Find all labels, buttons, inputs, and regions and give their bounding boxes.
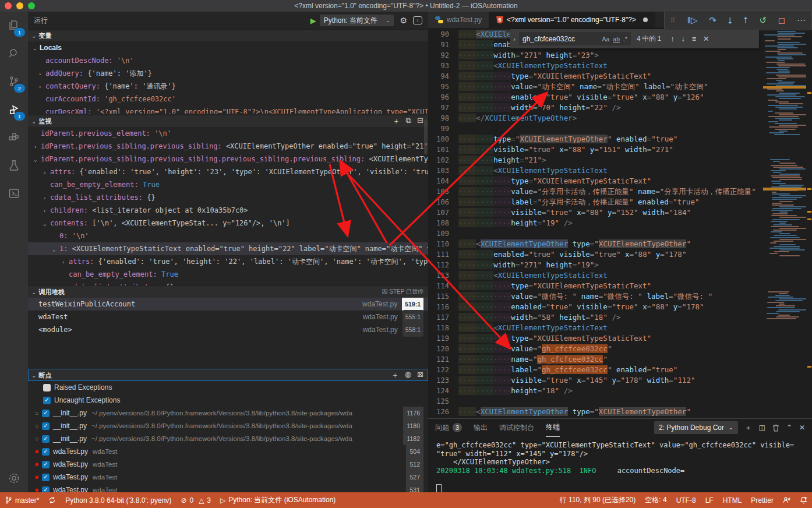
- terminal-output[interactable]: e="gh_cfcfcee032cc" type="XCUIElementTyp…: [436, 441, 806, 491]
- exception-toggle-row[interactable]: Raised Exceptions: [28, 381, 428, 394]
- code-line[interactable]: 114············type="XCUIElementTypeStat…: [428, 281, 763, 291]
- code-line[interactable]: 110····<XCUIElementTypeOther type="XCUIE…: [428, 239, 763, 249]
- indentation-item[interactable]: 空格: 4: [640, 495, 671, 505]
- maximize-window-icon[interactable]: [28, 2, 35, 9]
- code-line[interactable]: 117············width="58" height="18" />: [428, 312, 763, 323]
- watch-row[interactable]: ›attrs: {'enabled': 'true', 'height': '2…: [28, 255, 428, 268]
- watch-row[interactable]: ›cdata_list_attributes: {}: [28, 191, 428, 204]
- activity-item-extensions[interactable]: [0, 124, 28, 151]
- code-line[interactable]: 119············type="XCUIElementTypeStat…: [428, 333, 763, 344]
- code-line[interactable]: 105············value="分享用卡活动，传播正能量" name…: [428, 186, 763, 197]
- locals-scope-row[interactable]: ⌄Locals: [28, 41, 428, 54]
- formatter-item[interactable]: Prettier: [746, 496, 778, 505]
- debug-target-item[interactable]: ▷ Python: 当前文件 (iOSAutomation): [216, 492, 340, 508]
- code-line[interactable]: 113········<XCUIElementTypeStaticText: [428, 270, 763, 281]
- watch-row[interactable]: ›children: <list_iterator object at 0x10…: [28, 204, 428, 217]
- watch-row[interactable]: can_be_empty_element: True: [28, 268, 428, 281]
- breakpoint-row[interactable]: ●✓wdaTest.pywdaTest504: [28, 445, 428, 458]
- remove-breakpoints-icon[interactable]: ⊠: [417, 370, 423, 380]
- collapse-watch-icon[interactable]: ⧉: [406, 116, 411, 126]
- manage-gear-icon[interactable]: [0, 464, 28, 492]
- feedback-icon[interactable]: [778, 496, 795, 504]
- checkbox[interactable]: ✓: [43, 397, 51, 404]
- watch-row[interactable]: ⌄idParent.previous_sibling.previous_sibl…: [28, 153, 428, 165]
- add-watch-icon[interactable]: ＋: [393, 116, 400, 126]
- maximize-panel-icon[interactable]: ⌃: [786, 424, 792, 432]
- breakpoint-row[interactable]: ●✓wdaTest.pywdaTest512: [28, 458, 428, 471]
- code-line[interactable]: 94············type="XCUIElementTypeStati…: [428, 71, 763, 82]
- close-panel-icon[interactable]: ✕: [799, 424, 805, 432]
- code-line[interactable]: 116············enabled="true" visible="t…: [428, 302, 763, 312]
- tab-untitled-xml[interactable]: 5 <?xml version="1.0" encoding="UTF-8"?>: [489, 12, 655, 28]
- watch-row[interactable]: ›cdata_list_attributes: {}: [28, 281, 428, 285]
- tab-problems[interactable]: 问题3: [435, 419, 462, 436]
- locals-row[interactable]: accountDescNode: '\n': [28, 54, 428, 67]
- code-line[interactable]: 104············type="XCUIElementTypeStat…: [428, 176, 763, 186]
- minimize-window-icon[interactable]: [16, 2, 23, 9]
- dirty-indicator[interactable]: [643, 17, 648, 22]
- sync-icon[interactable]: [44, 492, 61, 508]
- activity-item-source-control[interactable]: 2: [0, 68, 28, 96]
- terminal-select[interactable]: 2: Python Debug Cor⌄: [654, 421, 738, 434]
- toolbar-grip-icon[interactable]: ⠿: [670, 17, 676, 24]
- locals-row[interactable]: ›contactQuery: {'name': '通讯录'}: [28, 80, 428, 93]
- callstack-frame[interactable]: testWeixinPublicAccountwdaTest.py519:1: [28, 298, 428, 311]
- code-line[interactable]: 126····<XCUIElementTypeOther type="XCUIE…: [428, 407, 763, 417]
- find-close-icon[interactable]: ✕: [703, 34, 709, 43]
- start-debug-icon[interactable]: ▶: [310, 16, 316, 25]
- remove-watch-icon[interactable]: ⊟: [417, 116, 423, 126]
- tab-wdatest-py[interactable]: wdaTest.py: [428, 12, 489, 28]
- match-case-icon[interactable]: Aa: [602, 36, 609, 43]
- exception-toggle-row[interactable]: ✓Uncaught Exceptions: [28, 394, 428, 407]
- new-terminal-icon[interactable]: ＋: [745, 423, 752, 433]
- sidebar-scrollbar[interactable]: [424, 119, 428, 154]
- find-input[interactable]: gh_cfcfcee032cc Aa ab .*: [519, 32, 631, 45]
- eol-item[interactable]: LF: [701, 496, 718, 505]
- breakpoint-row[interactable]: ○✓__init__.py~/.pyenv/versions/3.8.0/Pyt…: [28, 407, 428, 419]
- locals-row[interactable]: curAccountId: 'gh_cfcfcee032cc': [28, 93, 428, 105]
- tab-debug-console[interactable]: 调试控制台: [499, 419, 534, 436]
- checkbox[interactable]: ✓: [42, 461, 50, 468]
- watch-section-header[interactable]: ⌄监视 ＋ ⧉ ⊟: [28, 115, 428, 127]
- whole-word-icon[interactable]: ab: [613, 36, 620, 43]
- watch-row[interactable]: ⌄contents: ['\n', <XCUIElementTypeStat..…: [28, 217, 428, 230]
- regex-icon[interactable]: .*: [623, 36, 627, 43]
- code-line[interactable]: 107············visible="true" x="88" y="…: [428, 207, 763, 218]
- checkbox[interactable]: ✓: [42, 410, 50, 417]
- kill-terminal-icon[interactable]: [772, 424, 779, 432]
- code-line[interactable]: 96············enabled="true" visible="tr…: [428, 92, 763, 103]
- split-terminal-icon[interactable]: ◫: [759, 424, 765, 432]
- find-expand-icon[interactable]: ›: [510, 36, 519, 43]
- code-line[interactable]: 95············value="动卡空间" name="动卡空间" l…: [428, 82, 763, 92]
- code-line[interactable]: 111········enabled="true" visible="true"…: [428, 249, 763, 260]
- code-editor[interactable]: 90····<XCUIElementTypeOther91········ena…: [428, 29, 763, 418]
- code-line[interactable]: 106············label="分享用卡活动，传播正能量" enab…: [428, 197, 763, 207]
- code-line[interactable]: 118········<XCUIElementTypeStaticText: [428, 323, 763, 333]
- variables-section-header[interactable]: ⌄变量: [28, 29, 428, 41]
- code-line[interactable]: 115············value="微信号: " name="微信号: …: [428, 291, 763, 302]
- activity-item-search[interactable]: [0, 40, 28, 68]
- code-line[interactable]: 98····</XCUIElementTypeOther>: [428, 113, 763, 124]
- toggle-breakpoints-icon[interactable]: ◍: [405, 370, 411, 380]
- add-breakpoint-icon[interactable]: ＋: [391, 370, 399, 380]
- cursor-position-item[interactable]: 行 110, 列 90 (已选择20): [555, 495, 641, 505]
- continue-icon[interactable]: ‖▷: [687, 15, 698, 26]
- code-line[interactable]: 120············value="gh_cfcfcee032cc": [428, 344, 763, 354]
- code-line[interactable]: 122············label="gh_cfcfcee032cc" e…: [428, 365, 763, 375]
- breakpoint-row[interactable]: ○✓__init__.py~/.pyenv/versions/3.8.0/Pyt…: [28, 419, 428, 432]
- callstack-frame[interactable]: wdaTestwdaTest.py555:1: [28, 311, 428, 323]
- step-into-icon[interactable]: ⭣: [728, 15, 732, 26]
- code-line[interactable]: 93········<XCUIElementTypeStaticText: [428, 61, 763, 71]
- tab-output[interactable]: 输出: [474, 419, 488, 436]
- find-in-selection-icon[interactable]: ≡: [692, 35, 696, 43]
- checkbox[interactable]: ✓: [42, 422, 50, 430]
- activity-item-run-debug[interactable]: 1: [0, 96, 28, 124]
- activity-item-explorer[interactable]: 1: [0, 12, 28, 40]
- code-line[interactable]: 100········type="XCUIElementTypeOther" e…: [428, 134, 763, 144]
- breakpoint-row[interactable]: ○✓__init__.py~/.pyenv/versions/3.8.0/Pyt…: [28, 432, 428, 445]
- watch-row[interactable]: ›idParent.previous_sibling.previous_sibl…: [28, 140, 428, 153]
- tab-terminal[interactable]: 终端: [546, 419, 560, 437]
- step-over-icon[interactable]: ↷: [709, 15, 716, 26]
- locals-row[interactable]: curDescXml: '<?xml version="1.0" encodin…: [28, 105, 428, 114]
- code-line[interactable]: 108············height="19" />: [428, 218, 763, 228]
